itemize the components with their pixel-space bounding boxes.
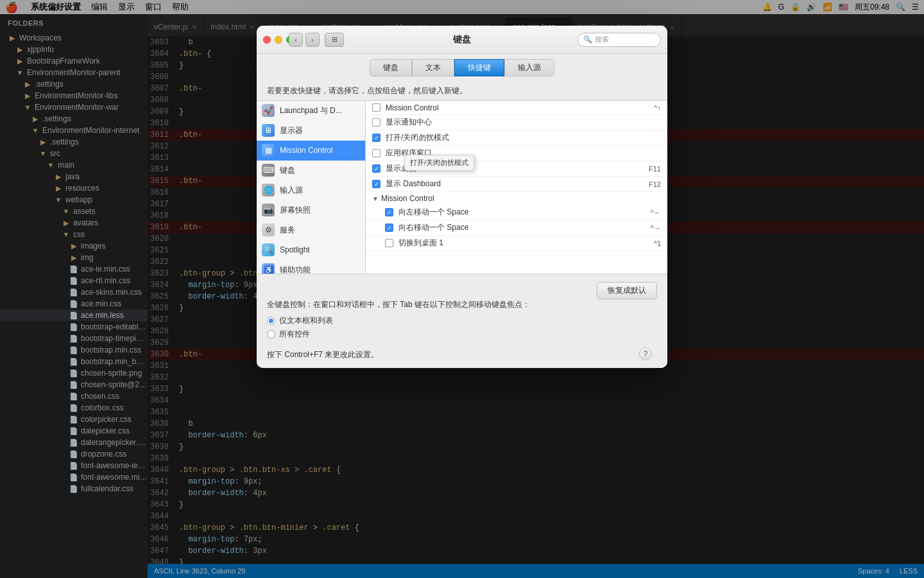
search-icon: 🔍 [583, 35, 592, 44]
chevron-icon: ▼ [372, 195, 379, 202]
shortcut-key: F11 [649, 165, 661, 173]
cat-label: Spotlight [280, 245, 310, 254]
accessibility-icon: ♿ [262, 263, 275, 274]
shortcut-label: 切换到桌面 1 [398, 238, 654, 249]
cat-label: Launchpad 与 D... [280, 105, 342, 116]
spotlight-icon: 🔍 [262, 243, 275, 256]
pref-titlebar: ‹ › ⊞ 键盘 🔍 搜索 [257, 26, 667, 54]
keyboard-control-hint: 全键盘控制：在窗口和对话框中，按下 Tab 键在以下控制之间移动键盘焦点： [267, 299, 657, 310]
mission-control-icon: ▦ [262, 144, 275, 157]
minimize-button[interactable] [275, 36, 282, 44]
shortcut-label: Mission Control [386, 103, 654, 112]
shortcut-checkbox[interactable]: ✓ [385, 223, 393, 232]
shortcut-label: 向左移动一个 Space [398, 207, 651, 218]
shortcut-checkbox[interactable] [372, 149, 381, 157]
radio-label: 所有控件 [279, 329, 310, 340]
services-icon: ⚙ [262, 223, 275, 236]
shortcut-row-move-left[interactable]: ✓ 向左移动一个 Space ^← [366, 205, 667, 220]
subsection-mission-control: ▼ Mission Control [366, 192, 667, 205]
cat-spotlight[interactable]: 🔍 Spotlight [257, 240, 365, 260]
shortcut-key: ^1 [654, 240, 661, 247]
cat-display[interactable]: 🖥 显示器 [257, 121, 365, 141]
input-icon: 🌐 [262, 184, 275, 197]
cat-label: 显示器 [280, 125, 303, 136]
category-list: 🚀 Launchpad 与 D... 🖥 显示器 ▦ Mission Contr… [257, 101, 366, 274]
tooltip: 打开/关闭勿扰模式 [404, 155, 474, 171]
cat-launchpad[interactable]: 🚀 Launchpad 与 D... [257, 101, 365, 121]
shortcut-checkbox[interactable]: ✓ [372, 134, 381, 142]
radio-icon[interactable] [267, 330, 275, 338]
search-box[interactable]: 🔍 搜索 [578, 33, 661, 47]
shortcut-row-dashboard[interactable]: ✓ 显示 Dashboard F12 [366, 177, 667, 192]
screenshot-icon: 📷 [262, 204, 275, 216]
shortcut-row-switch-desktop1[interactable]: 切换到桌面 1 ^1 [366, 236, 667, 251]
shortcut-label: 向右移动一个 Space [398, 222, 651, 233]
footer-hint: 按下 Control+F7 来更改此设置。 [267, 349, 379, 360]
cat-input-source[interactable]: 🌐 输入源 [257, 180, 365, 200]
display-icon: 🖥 [262, 124, 275, 137]
search-placeholder: 搜索 [595, 35, 609, 44]
radio-label: 仅文本框和列表 [279, 315, 333, 326]
shortcut-row-dnd[interactable]: ✓ 打开/关闭勿扰模式 打开/关闭勿扰模式 [366, 130, 667, 146]
cat-label: 辅助功能 [280, 265, 311, 274]
help-button[interactable]: ? [639, 347, 652, 360]
subsection-label: Mission Control [381, 194, 434, 203]
radio-all-controls[interactable]: 所有控件 [267, 329, 657, 340]
tab-shortcuts[interactable]: 快捷键 [454, 59, 504, 76]
cat-label: 输入源 [280, 185, 303, 196]
pref-title: 键盘 [453, 34, 471, 46]
cat-label: 键盘 [280, 165, 295, 176]
pref-hint: 若要更改快捷键，请选择它，点按组合键，然后键入新键。 [257, 82, 667, 100]
modal-overlay: ‹ › ⊞ 键盘 🔍 搜索 键盘 文本 快捷键 输入源 若要更改快捷键，请选择它… [0, 0, 924, 578]
cat-label: 服务 [280, 225, 295, 236]
shortcut-checkbox[interactable] [385, 239, 393, 247]
cat-label: 屏幕快照 [280, 205, 311, 216]
restore-defaults-button[interactable]: 恢复成默认 [597, 282, 657, 299]
pref-window: ‹ › ⊞ 键盘 🔍 搜索 键盘 文本 快捷键 输入源 若要更改快捷键，请选择它… [257, 26, 667, 368]
shortcut-row-move-right[interactable]: ✓ 向右移动一个 Space ^→ [366, 220, 667, 236]
shortcut-key: ^← [651, 209, 661, 216]
shortcut-key: ^↑ [654, 104, 661, 112]
shortcut-label: 显示通知中心 [386, 117, 661, 128]
tab-keyboard[interactable]: 键盘 [370, 59, 412, 76]
keyboard-icon: ⌨ [262, 164, 275, 177]
shortcut-label: 显示 Dashboard [386, 179, 649, 189]
close-button[interactable] [263, 36, 271, 44]
radio-icon[interactable] [267, 317, 275, 325]
pref-bottom: 恢复成默认 全键盘控制：在窗口和对话框中，按下 Tab 键在以下控制之间移动键盘… [257, 274, 667, 368]
shortcut-label: 打开/关闭勿扰模式 [386, 132, 661, 143]
cat-label: Mission Control [280, 146, 333, 155]
cat-accessibility[interactable]: ♿ 辅助功能 [257, 260, 365, 274]
shortcut-key: F12 [649, 180, 661, 188]
tab-input-source[interactable]: 输入源 [504, 59, 554, 76]
launchpad-icon: 🚀 [262, 104, 275, 117]
shortcut-checkbox[interactable]: ✓ [372, 164, 381, 173]
pref-tabs: 键盘 文本 快捷键 输入源 [257, 54, 667, 82]
pref-content: 🚀 Launchpad 与 D... 🖥 显示器 ▦ Mission Contr… [257, 100, 667, 274]
cat-mission-control[interactable]: ▦ Mission Control [257, 141, 365, 161]
shortcut-checkbox[interactable] [372, 118, 381, 127]
shortcut-panel: Mission Control ^↑ 显示通知中心 ✓ 打开/关闭勿扰模式 打开… [366, 101, 667, 274]
grid-button[interactable]: ⊞ [325, 33, 344, 47]
radio-text-fields[interactable]: 仅文本框和列表 [267, 315, 657, 326]
shortcut-checkbox[interactable]: ✓ [385, 208, 393, 216]
shortcut-checkbox[interactable] [372, 103, 381, 112]
shortcut-checkbox[interactable]: ✓ [372, 180, 381, 188]
shortcut-row-mission-control[interactable]: Mission Control ^↑ [366, 101, 667, 115]
pref-nav: ‹ › ⊞ [289, 33, 344, 47]
cat-keyboard[interactable]: ⌨ 键盘 [257, 161, 365, 180]
forward-button[interactable]: › [305, 33, 320, 47]
cat-services[interactable]: ⚙ 服务 [257, 220, 365, 240]
shortcut-row-notification[interactable]: 显示通知中心 [366, 115, 667, 130]
tab-text[interactable]: 文本 [412, 59, 454, 76]
radio-group: 仅文本框和列表 所有控件 [267, 315, 657, 340]
cat-screenshot[interactable]: 📷 屏幕快照 [257, 200, 365, 220]
shortcut-key: ^→ [651, 224, 661, 232]
back-button[interactable]: ‹ [289, 33, 303, 47]
